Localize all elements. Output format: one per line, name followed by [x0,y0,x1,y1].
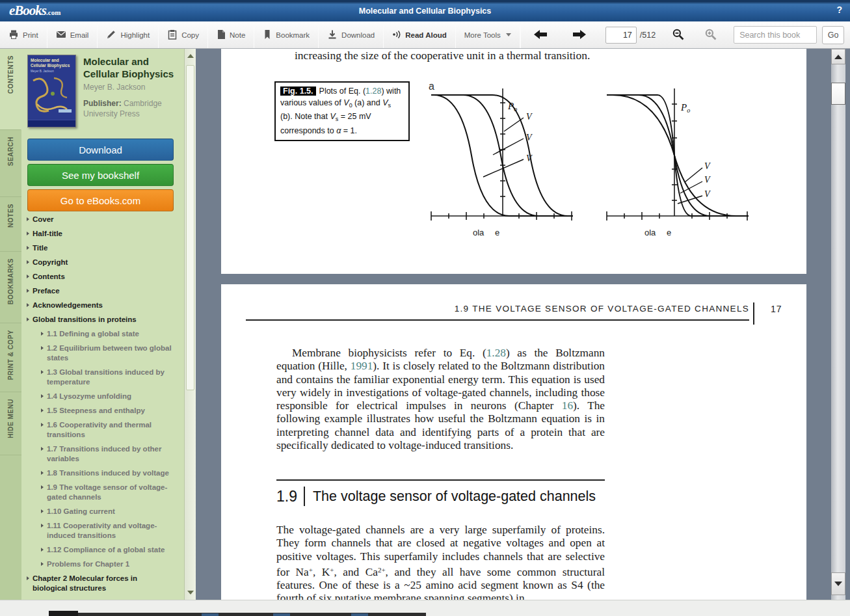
sidebar-scroll-up-icon[interactable] [187,54,194,58]
toc-item[interactable]: Chapter 2 Molecular forces in biological… [24,574,180,593]
toc-expand-arrow-icon [27,303,29,307]
more-tools-button[interactable]: More Tools [456,21,520,48]
toc-item-label: Contents [33,272,166,282]
toc-item[interactable]: 1.2 Equilibrium between two global state… [24,343,180,363]
sidebar-book-author: Meyer B. Jackson [83,83,181,92]
book-cover-thumbnail[interactable]: Molecular and Cellular Biophysics Meyer … [27,55,76,127]
toc-item[interactable]: 1.7 Transitions induced by other variabl… [24,444,180,464]
toc-item[interactable]: 1.6 Cooperativity and thermal transition… [24,420,180,440]
toc-item[interactable]: 1.3 Global transitions induced by temper… [24,368,180,387]
toc-item[interactable]: 1.1 Defining a global state [24,329,180,339]
next-page-button[interactable] [560,21,599,48]
sidebar-tab[interactable]: PRINT & COPY [0,323,21,392]
sidebar-tab[interactable]: NOTES [0,197,21,252]
document-scrollbar[interactable] [831,49,845,600]
help-button[interactable]: ? [836,5,842,15]
table-of-contents: CoverHalf-titleTitleCopyrightContentsPre… [24,215,180,598]
toc-item[interactable]: 1.4 Lysozyme unfolding [24,392,180,401]
copy-label: Copy [181,31,199,39]
section-heading: 1.9 The voltage sensor of voltage-gated … [276,479,605,506]
svg-text:V: V [526,112,533,122]
toc-item[interactable]: Global transitions in proteins [24,315,180,325]
toc-item[interactable]: 1.5 Steepness and enthalpy [24,406,180,416]
search-go-button[interactable]: Go [822,26,844,44]
toc-item[interactable]: 1.8 Transitions induced by voltage [24,468,180,478]
read-aloud-button[interactable]: Read Aloud [384,21,455,48]
svg-text:V: V [704,161,711,171]
page-number-input[interactable] [605,27,637,44]
bookmark-button[interactable]: Bookmark [254,21,318,48]
inline-link[interactable]: 1991 [351,360,373,372]
highlight-button[interactable]: Highlight [98,21,158,48]
book-info: Molecular andCellular Biophysics Meyer B… [83,55,181,119]
toc-item[interactable]: Half-title [24,229,180,239]
toc-item-label: Chapter 2 Molecular forces in biological… [33,574,166,593]
email-button[interactable]: Email [47,21,98,48]
toc-item-label: 1.1 Defining a global state [47,329,172,339]
sidebar-tab-label: SEARCH [7,130,14,172]
text-segment: = 1. [341,126,357,135]
svg-text:V: V [704,189,711,199]
contents-sidebar: Molecular and Cellular Biophysics Meyer … [21,49,184,600]
page-number-box: /512 [599,27,662,44]
toc-expand-arrow-icon [41,471,44,475]
download-book-button[interactable]: Download [27,139,174,161]
toc-item[interactable]: Contents [24,272,180,282]
note-button[interactable]: Note [208,21,254,48]
sidebar-scroll-down-icon[interactable] [187,591,194,595]
toc-item[interactable]: Acknowledgements [24,301,180,310]
svg-text:ola: ola [644,228,656,237]
toc-item[interactable]: Cover [24,215,180,224]
toc-item[interactable]: Problems for Chapter 1 [24,559,180,569]
section-heading-divider [304,487,305,506]
sidebar-scrollbar-thumb[interactable] [186,65,194,390]
svg-text:ola: ola [473,228,485,237]
toc-item[interactable]: 1.12 Compliance of a global state [24,545,180,555]
bookmark-icon [263,29,272,41]
cover-art-protein-ribbon [28,74,75,114]
toc-item[interactable]: Copyright [24,258,180,267]
see-my-bookshelf-button[interactable]: See my bookshelf [27,164,174,186]
zoom-in-button[interactable] [695,21,727,48]
previous-page-button[interactable] [521,21,560,48]
sidebar-tab-label: BOOKMARKS [7,252,14,311]
toc-item[interactable]: 1.10 Gating current [24,507,180,516]
download-button[interactable]: Download [319,21,383,48]
go-to-ebooks-button[interactable]: Go to eBooks.com [27,189,174,211]
toc-item-label: Title [33,243,166,253]
toc-expand-arrow-icon [27,232,29,235]
text-segment: (b). Note that [280,112,330,121]
toc-item-label: Cover [33,215,166,224]
scroll-down-button[interactable] [831,572,845,595]
background-text-smudge [202,613,219,616]
toc-item[interactable]: Preface [24,286,180,296]
text-segment: 2+ [378,566,386,574]
document-scrollbar-thumb[interactable] [831,83,845,105]
sidebar-tab[interactable]: BOOKMARKS [0,252,21,323]
sidebar-tab[interactable]: CONTENTS [0,49,21,130]
scroll-up-button[interactable] [831,49,845,64]
note-label: Note [230,31,245,39]
toc-expand-arrow-icon [41,562,44,566]
svg-text:e: e [667,228,671,237]
sidebar-scrollbar[interactable] [184,49,196,600]
copy-button[interactable]: Copy [159,21,207,48]
sidebar-tab[interactable]: SEARCH [0,130,21,197]
zoom-out-icon [672,29,684,42]
zoom-out-button[interactable] [662,21,695,48]
sidebar-book-publisher: Publisher: Cambridge University Press [83,98,181,119]
svg-text:V: V [526,154,533,163]
arrow-right-icon [572,29,587,42]
toc-item-label: 1.5 Steepness and enthalpy [47,406,172,416]
toc-item[interactable]: 1.11 Cooperativity and voltage-induced t… [24,521,180,541]
inline-link[interactable]: 16 [562,399,573,412]
toc-item[interactable]: 1.9 The voltage sensor of voltage-gated … [24,483,180,502]
inline-link[interactable]: 1.28 [365,87,381,96]
toc-item-label: 1.12 Compliance of a global state [47,545,172,555]
print-button[interactable]: Print [0,21,47,48]
toc-item[interactable]: Title [24,243,180,253]
inline-link[interactable]: 1.28 [486,347,506,359]
sidebar-tab[interactable]: HIDE MENU [0,392,21,455]
text-segment: V [382,98,388,107]
search-input[interactable] [734,26,817,44]
